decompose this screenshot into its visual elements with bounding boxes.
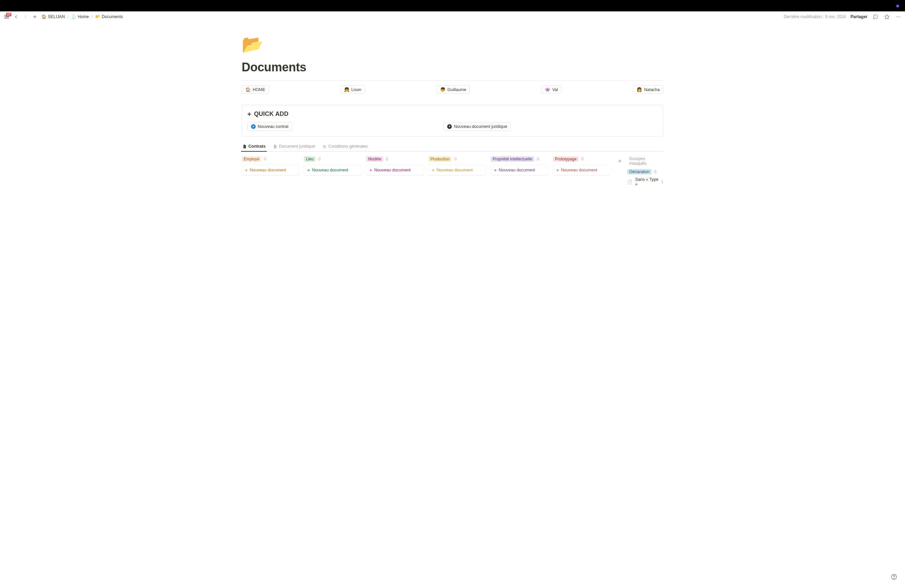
column-tag: Propriété intellectuelle [491, 156, 534, 162]
chip-label: Natacha [644, 87, 660, 92]
view-tabs: Contrats Document juridique Conditions g… [241, 142, 664, 152]
column-tag: Prototypage [553, 156, 579, 162]
tab-contrats[interactable]: Contrats [241, 142, 266, 151]
new-document-button[interactable]: +Nouveau document [241, 165, 299, 175]
new-document-label: Nouveau document [561, 168, 597, 172]
column-count: 0 [581, 157, 584, 161]
page-icon: 🧾 [71, 15, 76, 19]
tab-conditions-generales[interactable]: Conditions générales [322, 142, 368, 151]
column-header[interactable]: Propriété intellectuelle0 [491, 156, 548, 162]
breadcrumb-separator: / [92, 14, 93, 19]
column-header[interactable]: Modèle0 [366, 156, 424, 162]
link-natacha[interactable]: 👩 Natacha [633, 86, 664, 94]
comments-button[interactable] [872, 13, 879, 20]
add-group-button[interactable] [615, 157, 624, 165]
chip-label: Guillaume [448, 87, 466, 92]
svg-point-1 [898, 16, 899, 17]
plus-icon: + [494, 168, 497, 172]
column-count: 0 [454, 157, 457, 161]
breadcrumb-label: Documents [102, 14, 123, 19]
plus-icon: + [370, 168, 372, 172]
tab-label: Document juridique [279, 144, 315, 149]
new-document-button[interactable]: +Nouveau document [491, 165, 548, 175]
column-header[interactable]: Production0 [429, 156, 486, 162]
link-guillaume[interactable]: 👦 Guillaume [437, 86, 470, 94]
new-document-button[interactable]: +Nouveau document [553, 165, 610, 175]
breadcrumb-label: SELIJAN [48, 14, 65, 19]
svg-point-0 [896, 16, 897, 17]
people-links-row: 🏠 HOME 👧 Lison 👦 Guillaume 👾 Val 👩 Natac… [241, 81, 664, 99]
column-header[interactable]: Employé0 [241, 156, 299, 162]
new-document-button[interactable]: +Nouveau document [429, 165, 486, 175]
nav-back-button[interactable] [13, 13, 19, 20]
plus-icon: + [245, 168, 248, 172]
sidebar-toggle-button[interactable]: 27 [3, 13, 10, 20]
help-button[interactable] [889, 572, 899, 582]
breadcrumb-workspace[interactable]: 🏠 SELIJAN [41, 14, 66, 20]
folder-icon: 📂 [95, 15, 100, 19]
more-button[interactable] [895, 13, 902, 20]
hidden-group-declaration[interactable]: Déclaration0 [627, 169, 664, 175]
column-count: 0 [264, 157, 267, 161]
favorite-button[interactable] [884, 13, 890, 20]
breadcrumb: 🏠 SELIJAN / 🧾 Home / 📂 Documents [41, 14, 124, 20]
new-document-label: Nouveau document [250, 168, 286, 172]
avatar-icon: 👾 [545, 87, 550, 92]
column-tag: Lieu [304, 156, 316, 162]
avatar-icon: 👦 [440, 87, 446, 92]
home-icon: 🏠 [41, 15, 46, 19]
avatar-icon: 👩 [637, 87, 642, 92]
tab-document-juridique[interactable]: Document juridique [272, 142, 316, 151]
group-count: 0 [654, 169, 657, 174]
new-document-button[interactable]: +Nouveau document [366, 165, 424, 175]
breadcrumb-current[interactable]: 📂 Documents [95, 14, 124, 20]
page-title[interactable]: Documents [241, 60, 664, 74]
column-count: 0 [318, 157, 321, 161]
new-document-label: Nouveau document [312, 168, 348, 172]
last-modified-label: Dernière modification : 9 nov. 2024 [784, 14, 846, 19]
link-home[interactable]: 🏠 HOME [241, 86, 269, 94]
column-tag: Employé [241, 156, 261, 162]
hidden-groups-label[interactable]: Groupes masqués [629, 156, 664, 166]
page-icon[interactable]: 📂 [241, 35, 664, 53]
page-icon: 📄 [627, 180, 633, 184]
breadcrumb-home[interactable]: 🧾 Home [71, 14, 89, 20]
tab-label: Conditions générales [328, 144, 367, 149]
plus-circle-icon: + [447, 124, 452, 129]
column-header[interactable]: Prototypage0 [553, 156, 610, 162]
plus-icon: + [307, 168, 310, 172]
new-legal-doc-button[interactable]: + Nouveau document juridique [443, 122, 511, 131]
new-tab-button[interactable] [32, 13, 38, 20]
column-header[interactable]: Lieu0 [304, 156, 362, 162]
board-view: Employé0+Nouveau documentLieu0+Nouveau d… [241, 156, 664, 186]
share-button[interactable]: Partager [851, 14, 867, 19]
button-label: Nouveau contrat [258, 124, 289, 129]
nav-forward-button[interactable] [22, 13, 29, 20]
column-count: 0 [386, 157, 388, 161]
link-val[interactable]: 👾 Val [541, 86, 562, 94]
control-center-dot-icon [896, 5, 899, 7]
plus-icon: + [247, 111, 251, 118]
chip-label: Val [552, 87, 558, 92]
column-count: 0 [537, 157, 539, 161]
link-lison[interactable]: 👧 Lison [340, 86, 365, 94]
breadcrumb-label: Home [78, 14, 89, 19]
new-document-label: Nouveau document [437, 168, 473, 172]
board-column: Lieu0+Nouveau document [304, 156, 362, 175]
new-document-button[interactable]: +Nouveau document [304, 165, 362, 175]
new-document-label: Nouveau document [374, 168, 410, 172]
chip-label: Lison [351, 87, 362, 92]
group-tag: Déclaration [627, 169, 652, 175]
board-column: Modèle0+Nouveau document [366, 156, 424, 175]
group-label: Sans « Type » [635, 177, 658, 186]
plus-circle-icon: + [251, 124, 256, 129]
column-tag: Production [429, 156, 451, 162]
tab-label: Contrats [248, 144, 265, 149]
group-count: 1 [661, 180, 664, 184]
hidden-group-no-type[interactable]: 📄Sans « Type »1 [627, 177, 664, 186]
divider [241, 105, 664, 105]
new-document-label: Nouveau document [499, 168, 535, 172]
new-contract-button[interactable]: + Nouveau contrat [247, 122, 292, 131]
board-column: Prototypage0+Nouveau document [553, 156, 610, 175]
breadcrumb-separator: / [68, 14, 68, 19]
